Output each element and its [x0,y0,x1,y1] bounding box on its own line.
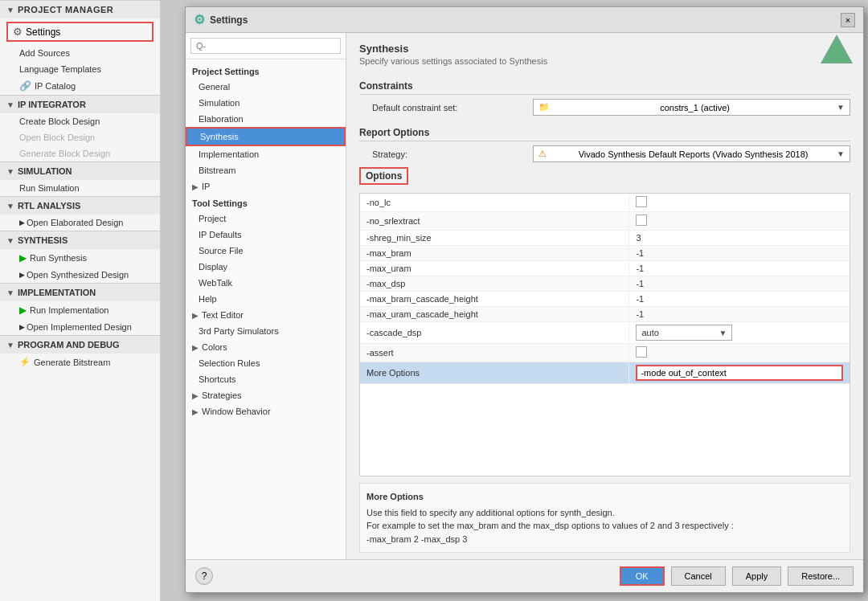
search-input[interactable] [190,38,341,54]
option-value-cell[interactable] [629,194,850,212]
tree-general[interactable]: General [186,79,346,95]
option-value-cell[interactable] [629,362,850,384]
options-table-container[interactable]: -no_lc-no_srlextract-shreg_min_size3-max… [359,193,850,476]
checkbox-icon[interactable] [636,346,647,358]
tree-webtalk[interactable]: WebTalk [186,275,346,291]
tree-display[interactable]: Display [186,259,346,275]
vivado-logo-svg [819,33,855,65]
tree-bitstream[interactable]: Bitstream [186,162,346,178]
rtl-title: RTL ANALYSIS [18,201,80,211]
sidebar-item-open-elaborated[interactable]: ▶ Open Elaborated Design [0,215,160,231]
options-label: Options [359,167,408,185]
table-row: -max_uram_cascade_height-1 [360,307,850,322]
section-title: PROJECT MANAGER [18,5,113,14]
tree-window-behavior[interactable]: ▶ Window Behavior [186,403,346,419]
sidebar-item-open-implemented[interactable]: ▶ Open Implemented Design [0,319,160,335]
sidebar-item-run-implementation[interactable]: ▶ Run Implementation [0,301,160,319]
checkbox-icon[interactable] [636,196,647,207]
open-implemented-label: Open Implemented Design [27,322,132,332]
section-arrow: ▼ [6,6,14,14]
constraint-dropdown[interactable]: 📁 constrs_1 (active) ▼ [533,99,850,116]
button-group: OK Cancel Apply Restore... [620,566,854,586]
option-value-cell[interactable] [629,344,850,362]
sidebar-item-open-block: Open Block Design [0,129,160,145]
tree-ip-defaults[interactable]: IP Defaults [186,227,346,243]
option-value-cell[interactable] [629,212,850,231]
sidebar-item-run-simulation[interactable]: Run Simulation [0,180,160,196]
sidebar-item-ip-catalog[interactable]: 🔗 IP Catalog [0,77,160,95]
sidebar-section-implementation[interactable]: ▼ IMPLEMENTATION [0,283,160,301]
run-implementation-label: Run Implementation [30,305,108,315]
tree-elaboration[interactable]: Elaboration [186,111,346,127]
strategy-label: Strategy: [372,149,533,159]
dialog-title-area: ⚙ Settings [194,12,248,27]
tree-ip[interactable]: ▶ IP [186,178,346,194]
help-button[interactable]: ? [195,567,213,585]
ip-catalog-label: IP Catalog [35,81,76,91]
tree-source-file[interactable]: Source File [186,243,346,259]
checkbox-icon[interactable] [636,215,647,226]
report-options-section-label: Report Options [359,127,850,141]
table-row: -max_dsp-1 [360,276,850,292]
option-value-cell: -1 [629,261,850,276]
strategy-dropdown[interactable]: ⚠ Vivado Synthesis Default Reports (Viva… [533,145,850,162]
sidebar-item-add-sources[interactable]: Add Sources [0,45,160,61]
tree-colors-label: Colors [202,342,227,352]
table-row: -cascade_dspauto▼ [360,322,850,344]
tree-synthesis[interactable]: Synthesis [186,127,346,146]
sidebar-section-ip-integrator[interactable]: ▼ IP INTEGRATOR [0,95,160,113]
sidebar-item-generate-bitstream[interactable]: ⚡ Generate Bitstream [0,354,160,370]
tree-text-editor[interactable]: ▶ Text Editor [186,307,346,323]
sidebar-item-create-block[interactable]: Create Block Design [0,113,160,129]
sidebar-section-simulation[interactable]: ▼ SIMULATION [0,161,160,180]
tree-help[interactable]: Help [186,291,346,307]
tree-text-editor-label: Text Editor [202,310,244,320]
settings-item[interactable]: ⚙ Settings [6,22,154,42]
open-elaborated-label: Open Elaborated Design [27,218,123,227]
dialog-close-button[interactable]: × [841,13,855,27]
expand-arrow-window: ▶ [192,407,199,416]
sidebar-section-project-manager[interactable]: ▼ PROJECT MANAGER [0,0,160,18]
bitstream-icon: ⚡ [19,357,31,367]
tree-selection-rules[interactable]: Selection Rules [186,355,346,371]
constraints-section-label: Constraints [359,80,850,95]
strategy-value: Vivado Synthesis Default Reports (Vivado… [579,149,809,159]
tree-strategies[interactable]: ▶ Strategies [186,387,346,403]
dialog-body: Project Settings General Simulation Elab… [186,33,863,559]
tree-project[interactable]: Project [186,211,346,227]
sidebar-item-run-synthesis[interactable]: ▶ Run Synthesis [0,249,160,267]
restore-button[interactable]: Restore... [788,566,854,586]
sidebar-item-open-synthesized[interactable]: ▶ Open Synthesized Design [0,267,160,283]
ok-button[interactable]: OK [620,566,665,586]
table-row: -shreg_min_size3 [360,231,850,246]
settings-dialog: ⚙ Settings × Project Settings General Si… [185,6,864,593]
sidebar-section-synthesis[interactable]: ▼ SYNTHESIS [0,231,160,249]
sidebar-section-program-debug[interactable]: ▼ PROGRAM AND DEBUG [0,335,160,354]
tree-simulation[interactable]: Simulation [186,95,346,111]
sidebar-item-language-templates[interactable]: Language Templates [0,61,160,77]
section-arrow-prog: ▼ [6,341,14,350]
cascade-dsp-dropdown[interactable]: auto▼ [636,325,732,341]
cancel-button[interactable]: Cancel [671,566,726,586]
dialog-title-text: Settings [210,14,248,26]
more-options-input[interactable] [636,365,843,381]
expand-arrow-text-editor: ▶ [192,311,199,320]
strategy-row: Strategy: ⚠ Vivado Synthesis Default Rep… [359,145,850,162]
section-arrow-impl: ▼ [6,288,14,297]
constraint-icon: 📁 [538,102,550,112]
tree-shortcuts[interactable]: Shortcuts [186,371,346,387]
section-arrow-ip: ▼ [6,100,14,109]
option-name-cell: -cascade_dsp [360,322,629,344]
expand-arrow-strategies: ▶ [192,391,199,400]
tree-implementation[interactable]: Implementation [186,146,346,162]
default-constraint-label: Default constraint set: [372,103,533,112]
option-name-cell: -max_uram [360,261,629,276]
sidebar-section-rtl[interactable]: ▼ RTL ANALYSIS [0,196,160,215]
option-name-cell: -shreg_min_size [360,231,629,246]
expand-arrow-ip: ▶ [192,182,199,191]
tree-colors[interactable]: ▶ Colors [186,339,346,355]
implementation-title: IMPLEMENTATION [18,288,96,297]
apply-button[interactable]: Apply [732,566,782,586]
tree-3rd-party[interactable]: 3rd Party Simulators [186,323,346,339]
simulation-title: SIMULATION [18,166,72,176]
